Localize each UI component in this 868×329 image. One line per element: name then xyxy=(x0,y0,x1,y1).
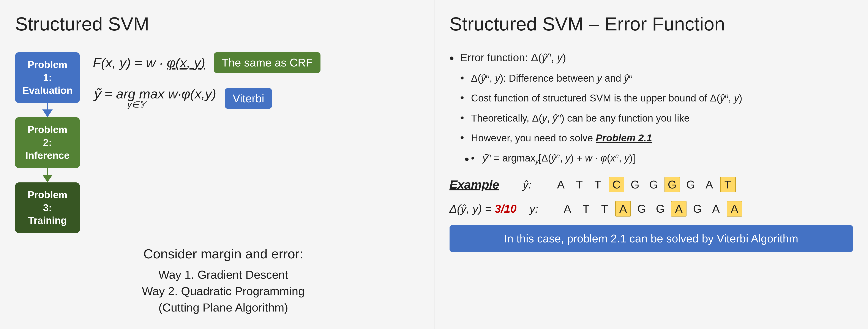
viterbi-banner: In this case, problem 2.1 can be solved … xyxy=(450,225,853,252)
yhat-T1: T xyxy=(572,177,587,192)
formula2: ỹ = arg max w·φ(x,y) y∈𝕐 xyxy=(93,86,216,110)
y-A2: A xyxy=(615,201,631,216)
badge-crf: The same as CRF xyxy=(214,52,320,73)
y-G1: G xyxy=(634,201,649,216)
example-label: Example xyxy=(450,177,510,191)
delta-label: Δ(ŷ, y) = 3/10 xyxy=(450,202,517,215)
y-A1: A xyxy=(560,201,575,216)
y-T2: T xyxy=(597,201,612,216)
yhat-sequence: A T T C G G G G A T xyxy=(553,177,736,192)
yhat-T2: T xyxy=(590,177,606,192)
y-sequence: A T T A G G A G A A xyxy=(560,201,742,216)
formula-row-2: ỹ = arg max w·φ(x,y) y∈𝕐 Viterbi xyxy=(93,86,320,110)
yhat-label: ŷ: xyxy=(523,178,540,191)
flow-boxes: Problem 1:Evaluation Problem 2:Inference… xyxy=(15,52,80,233)
y-G3: G xyxy=(689,201,705,216)
yhat-A2: A xyxy=(702,177,717,192)
bullet-5: • ȳn = argmaxy[Δ(ŷn, y) + w · φ(xn, y)] xyxy=(450,151,853,166)
formulas-area: F(x, y) = w · φ(x, y) The same as CRF ỹ … xyxy=(93,52,320,110)
y-A3: A xyxy=(671,201,686,216)
left-panel: Structured SVM Problem 1:Evaluation Prob… xyxy=(0,0,434,329)
badge-viterbi: Viterbi xyxy=(225,88,272,109)
right-title: Structured SVM – Error Function xyxy=(450,13,853,35)
box-problem1: Problem 1:Evaluation xyxy=(15,52,80,103)
yhat-G4: G xyxy=(683,177,699,192)
yhat-T3: T xyxy=(720,177,736,192)
bullet-2: Cost function of structured SVM is the u… xyxy=(450,91,853,105)
y-T1: T xyxy=(578,201,594,216)
y-A4: A xyxy=(708,201,724,216)
delta-value: 3/10 xyxy=(495,203,517,215)
way1: Way 1. Gradient Descent xyxy=(28,268,419,281)
yhat-G3: G xyxy=(664,177,680,192)
yhat-A1: A xyxy=(553,177,569,192)
example-row-y: Δ(ŷ, y) = 3/10 y: A T T A G G A G A A xyxy=(450,201,853,216)
bullet-1: Δ(ŷn, y): Difference between y and ŷn xyxy=(450,71,853,85)
yhat-G2: G xyxy=(646,177,661,192)
y-A5: A xyxy=(726,201,742,216)
consider-title: Consider margin and error: xyxy=(28,246,419,262)
example-row-yhat: Example ŷ: A T T C G G G G A T xyxy=(450,177,853,192)
y-label: y: xyxy=(529,202,547,215)
consider-section: Consider margin and error: Way 1. Gradie… xyxy=(28,246,419,317)
box-problem2: Problem 2:Inference xyxy=(15,117,80,168)
bullet-0: Error function: Δ(ŷn, y) xyxy=(450,50,853,65)
way2b: (Cutting Plane Algorithm) xyxy=(28,301,419,314)
right-panel: Structured SVM – Error Function Error fu… xyxy=(434,0,868,329)
bullet-3: Theoretically, Δ(y, ŷn) can be any funct… xyxy=(450,111,853,125)
formula-row-1: F(x, y) = w · φ(x, y) The same as CRF xyxy=(93,52,320,73)
example-section: Example ŷ: A T T C G G G G A T Δ(ŷ, y) =… xyxy=(450,177,853,216)
bullet-4: However, you need to solve Problem 2.1 xyxy=(450,131,853,145)
formula1: F(x, y) = w · φ(x, y) xyxy=(93,55,205,70)
box-problem3: Problem 3:Training xyxy=(15,182,80,233)
way2: Way 2. Quadratic Programming xyxy=(28,284,419,298)
left-title: Structured SVM xyxy=(15,13,419,35)
y-G2: G xyxy=(652,201,668,216)
yhat-C: C xyxy=(609,177,624,192)
flow-area: Problem 1:Evaluation Problem 2:Inference… xyxy=(15,50,419,233)
yhat-G1: G xyxy=(627,177,643,192)
bullet-list: Error function: Δ(ŷn, y) Δ(ŷn, y): Diffe… xyxy=(450,50,853,166)
